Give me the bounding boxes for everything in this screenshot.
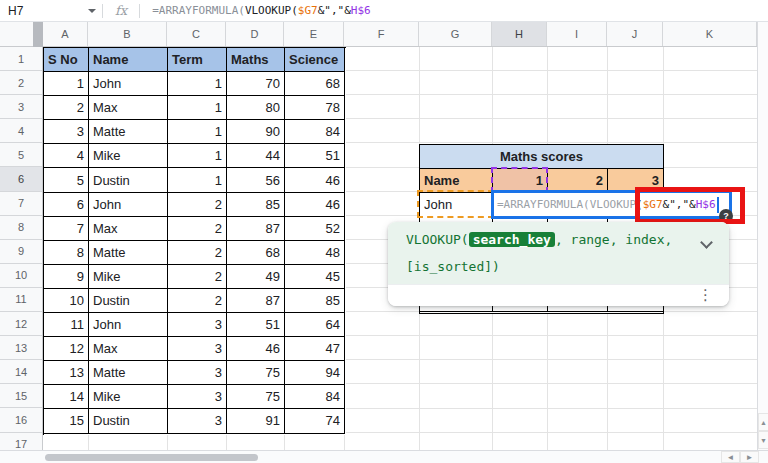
table-header-cell[interactable]: Maths xyxy=(227,48,285,72)
table-cell[interactable]: 75 xyxy=(227,385,285,409)
table-cell[interactable]: 75 xyxy=(227,361,285,385)
table-cell[interactable]: John xyxy=(89,193,168,217)
table-cell[interactable]: Max xyxy=(89,217,168,241)
table-cell[interactable]: 3 xyxy=(168,337,227,361)
table-cell[interactable]: 3 xyxy=(168,409,227,433)
table-cell[interactable]: 78 xyxy=(285,96,345,120)
table-cell[interactable]: 7 xyxy=(44,217,89,241)
table-cell[interactable]: 90 xyxy=(227,120,285,144)
row-header-12[interactable]: 12 xyxy=(0,312,42,336)
column-header-f[interactable]: F xyxy=(344,22,419,46)
table-cell[interactable]: 1 xyxy=(168,120,227,144)
maths-scores-title-cell[interactable]: Maths scores xyxy=(419,144,664,169)
row-header-6[interactable]: 6 xyxy=(0,167,42,191)
table-cell[interactable]: 11 xyxy=(44,313,89,337)
column-header-j[interactable]: J xyxy=(607,22,663,46)
table-cell[interactable]: 1 xyxy=(168,96,227,120)
kebab-menu-icon[interactable]: ⋮ xyxy=(698,286,713,304)
table-cell[interactable]: Dustin xyxy=(89,409,168,433)
row-header-3[interactable]: 3 xyxy=(0,95,42,119)
table-cell[interactable]: 51 xyxy=(285,144,345,168)
column-header-i[interactable]: I xyxy=(547,22,607,46)
column-header-k[interactable]: K xyxy=(663,22,757,46)
table-cell[interactable]: 80 xyxy=(227,96,285,120)
table-cell[interactable]: 2 xyxy=(168,193,227,217)
row-header-17[interactable]: 17 xyxy=(0,433,42,451)
table-cell[interactable]: 2 xyxy=(168,265,227,289)
table-cell[interactable]: Matte xyxy=(89,120,168,144)
table-cell[interactable]: 1 xyxy=(168,72,227,96)
table-cell[interactable]: 2 xyxy=(168,289,227,313)
table-cell[interactable]: 84 xyxy=(285,385,345,409)
table-cell[interactable]: 6 xyxy=(44,193,89,217)
table-cell[interactable]: 3 xyxy=(168,361,227,385)
table-cell[interactable]: Mike xyxy=(89,385,168,409)
table-cell[interactable]: 68 xyxy=(285,72,345,96)
table-cell[interactable]: 2 xyxy=(168,217,227,241)
table-cell[interactable]: 10 xyxy=(44,289,89,313)
table-cell[interactable]: 15 xyxy=(44,409,89,433)
table-cell[interactable]: Dustin xyxy=(89,289,168,313)
row-header-1[interactable]: 1 xyxy=(0,47,42,71)
table-cell[interactable]: 85 xyxy=(227,193,285,217)
table-cell[interactable]: 87 xyxy=(227,289,285,313)
table-cell[interactable]: Matte xyxy=(89,361,168,385)
table-cell[interactable]: 45 xyxy=(285,265,345,289)
table-header-cell[interactable]: Term xyxy=(168,48,227,72)
table-cell[interactable]: 3 xyxy=(44,120,89,144)
table-cell[interactable]: 70 xyxy=(227,72,285,96)
row-header-10[interactable]: 10 xyxy=(0,264,42,288)
table-cell[interactable]: 46 xyxy=(285,168,345,192)
table-cell[interactable]: 2 xyxy=(44,96,89,120)
table-cell[interactable]: 51 xyxy=(227,313,285,337)
table-cell[interactable]: 64 xyxy=(285,313,345,337)
table-cell[interactable]: John xyxy=(89,313,168,337)
table-cell[interactable]: John xyxy=(89,72,168,96)
table-header-cell[interactable]: S No xyxy=(44,48,89,72)
table-cell[interactable]: 85 xyxy=(285,289,345,313)
horizontal-scrollbar[interactable]: ◄ ► xyxy=(0,450,768,463)
column-header-c[interactable]: C xyxy=(167,22,226,46)
table-cell[interactable]: 74 xyxy=(285,409,345,433)
scroll-left-icon[interactable]: ◄ xyxy=(721,451,740,463)
table-cell[interactable]: 1 xyxy=(168,144,227,168)
table-cell[interactable]: Mike xyxy=(89,265,168,289)
table-cell[interactable]: 4 xyxy=(44,144,89,168)
column-header-d[interactable]: D xyxy=(226,22,284,46)
row-header-14[interactable]: 14 xyxy=(0,360,42,384)
table-cell[interactable]: 94 xyxy=(285,361,345,385)
row-header-15[interactable]: 15 xyxy=(0,384,42,408)
row-header-16[interactable]: 16 xyxy=(0,408,42,432)
table-cell[interactable]: 44 xyxy=(227,144,285,168)
table-header-cell[interactable]: Science xyxy=(285,48,345,72)
table-cell[interactable]: 91 xyxy=(227,409,285,433)
scroll-right-icon[interactable]: ► xyxy=(740,451,759,463)
scroll-down-icon[interactable]: ▼ xyxy=(758,431,768,449)
column-header-g[interactable]: G xyxy=(419,22,492,46)
table-cell[interactable]: 46 xyxy=(285,193,345,217)
column-header-a[interactable]: A xyxy=(43,22,88,46)
table-cell[interactable]: Max xyxy=(89,337,168,361)
row-header-8[interactable]: 8 xyxy=(0,216,42,240)
table-cell[interactable]: 14 xyxy=(44,385,89,409)
row-header-2[interactable]: 2 xyxy=(0,71,42,95)
table-cell[interactable]: 49 xyxy=(227,265,285,289)
table-cell[interactable]: Max xyxy=(89,96,168,120)
table-cell[interactable]: 1 xyxy=(44,72,89,96)
row-header-5[interactable]: 5 xyxy=(0,143,42,167)
row-header-7[interactable]: 7 xyxy=(0,192,42,216)
formula-input[interactable]: =ARRAYFORMULA(VLOOKUP($G7&","&H$6 xyxy=(152,4,371,17)
table-cell[interactable]: 13 xyxy=(44,361,89,385)
column-header-e[interactable]: E xyxy=(284,22,344,46)
table-cell[interactable]: Matte xyxy=(89,241,168,265)
table-cell[interactable]: Dustin xyxy=(89,168,168,192)
column-header-b[interactable]: B xyxy=(88,22,167,46)
row-header-13[interactable]: 13 xyxy=(0,336,42,360)
table-cell[interactable]: 46 xyxy=(227,337,285,361)
table-cell[interactable]: 9 xyxy=(44,265,89,289)
table-cell[interactable]: 2 xyxy=(168,241,227,265)
table-cell[interactable]: 52 xyxy=(285,217,345,241)
table-cell[interactable]: 3 xyxy=(168,385,227,409)
table-cell[interactable]: 87 xyxy=(227,217,285,241)
row-header-4[interactable]: 4 xyxy=(0,119,42,143)
